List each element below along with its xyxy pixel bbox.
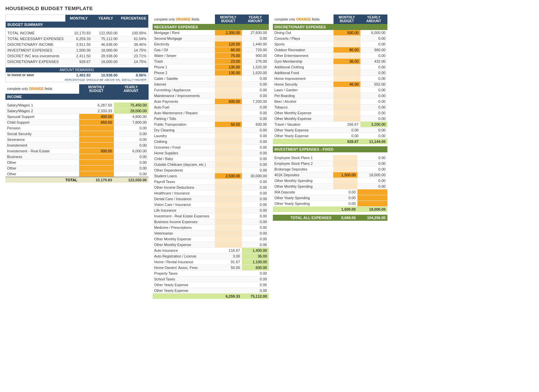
inv-total-monthly: 1,500.00 bbox=[333, 207, 357, 212]
necessary-row: Veterinarian0.00 bbox=[153, 231, 269, 236]
disc-row-label: Other Yearly Expense bbox=[273, 133, 334, 139]
income-row-yearly: 0.00 bbox=[114, 165, 149, 171]
nec-row-label: Cable / Satelite bbox=[153, 76, 215, 82]
nec-row-monthly bbox=[215, 76, 242, 82]
necessary-row: Vision Care / Insurance0.00 bbox=[153, 202, 269, 208]
nec-row-yearly: 0.00 bbox=[242, 104, 269, 110]
disc-row-yearly: 960.00 bbox=[360, 47, 387, 53]
nec-row-yearly: 0.00 bbox=[242, 271, 269, 276]
nec-row-yearly: 30,000.00 bbox=[242, 173, 269, 179]
disc-row-label: Home Improvement bbox=[273, 76, 334, 82]
income-row: Other0.00 bbox=[5, 171, 149, 177]
nec-row-label: Other Income Deductions bbox=[153, 185, 215, 190]
nec-row-label: School Taxes bbox=[153, 276, 215, 282]
income-row-monthly: 6,287.50 bbox=[79, 102, 114, 108]
disc-row: Travel / Vacation266.673,200.00 bbox=[273, 122, 387, 127]
nec-row-label: Other Monthly Expense bbox=[153, 242, 215, 248]
inv-row-yearly bbox=[357, 189, 387, 195]
nec-row-yearly: 0.00 bbox=[242, 219, 269, 225]
disc-row-monthly: 46.00 bbox=[334, 82, 360, 87]
necessary-row: Gas / Oil60.00720.00 bbox=[153, 47, 269, 53]
income-row-monthly: 400.00 bbox=[79, 114, 114, 119]
income-row-monthly bbox=[79, 154, 114, 159]
necessary-row: Other Monthly Expense0.00 bbox=[153, 236, 269, 242]
nec-row-yearly: 0.00 bbox=[242, 36, 269, 41]
nec-row-label: Auto Maintenance / Repairs bbox=[153, 110, 215, 116]
nec-row-monthly bbox=[215, 185, 242, 190]
disc-row-monthly bbox=[334, 41, 360, 47]
income-total-label: TOTAL bbox=[5, 177, 79, 183]
disc-row-yearly: 0.00 bbox=[360, 64, 387, 70]
disc-row-yearly: 0.00 bbox=[360, 99, 387, 104]
necessary-row: Mortgage / Rent2,300.0027,600.00 bbox=[153, 30, 269, 36]
inv-row-yearly: 0.00 bbox=[357, 155, 387, 161]
disc-row-yearly: 0.00 bbox=[360, 53, 387, 59]
necessary-row: Property Taxes0.00 bbox=[153, 271, 269, 276]
inv-row-monthly: 0.00 bbox=[333, 201, 357, 207]
nec-row-label: Phone 1 bbox=[153, 64, 215, 70]
necessary-row: Outside Childcare (daycare, etc.)0.00 bbox=[153, 162, 269, 168]
income-amount-header: YEARLYAMOUNT bbox=[114, 84, 149, 94]
to-invest-label: to invest or save bbox=[6, 72, 65, 78]
nec-row-label: Home Supplies bbox=[153, 150, 215, 156]
nec-row-monthly: 91.67 bbox=[215, 259, 242, 265]
nec-row-yearly: 1,100.00 bbox=[242, 259, 269, 265]
disc-row-monthly: 0.00 bbox=[334, 127, 360, 133]
disc-row: Pet Boarding0.00 bbox=[273, 93, 387, 99]
nec-row-monthly bbox=[215, 225, 242, 231]
disc-row: Dining Out500.006,000.00 bbox=[273, 30, 387, 36]
nec-row-label: Laundry bbox=[153, 133, 215, 139]
nec-row-label: Medicine / Prescriptions bbox=[153, 225, 215, 231]
income-row-monthly bbox=[79, 171, 114, 177]
nec-row-monthly bbox=[215, 127, 242, 133]
income-row-label: Business bbox=[5, 154, 79, 159]
disc-row-label: Pet Boarding bbox=[273, 93, 334, 99]
inv-row: IRA Deposite0.00 bbox=[273, 189, 387, 195]
inv-row-monthly bbox=[333, 184, 357, 189]
disc-row-monthly bbox=[334, 110, 360, 116]
nec-row-yearly: 0.00 bbox=[242, 208, 269, 213]
nec-row-monthly bbox=[215, 288, 242, 294]
disc-row: Additional Clothing0.00 bbox=[273, 64, 387, 70]
nec-row-yearly: 0.00 bbox=[242, 236, 269, 242]
necessary-row: Payroll Taxes0.00 bbox=[153, 179, 269, 185]
nec-row-label: Other Yearly Expense bbox=[153, 282, 215, 288]
nec-orange-note: complete only ORANGE fields bbox=[153, 14, 215, 24]
disc-row-yearly: 0.00 bbox=[360, 76, 387, 82]
income-row-label: Pension bbox=[5, 125, 79, 131]
nec-row-label: Mortgage / Rent bbox=[153, 30, 215, 36]
necessary-row: Second Mortgage0.00 bbox=[153, 36, 269, 41]
nec-row-monthly: 2,500.00 bbox=[215, 173, 242, 179]
nec-row-label: Home / Rental Insurance bbox=[153, 259, 215, 265]
nec-row-yearly: 0.00 bbox=[242, 282, 269, 288]
inv-row-label: 401K Deposites bbox=[273, 172, 333, 178]
disc-row-monthly bbox=[334, 64, 360, 70]
disc-row-monthly: 0.00 bbox=[334, 133, 360, 139]
necessary-row: Electricity120.001,440.00 bbox=[153, 41, 269, 47]
nec-row-yearly: 0.00 bbox=[242, 76, 269, 82]
nec-row-monthly bbox=[215, 168, 242, 173]
nec-row-monthly bbox=[215, 145, 242, 150]
income-row-yearly: 28,000.00 bbox=[114, 108, 149, 114]
necessary-row: Business Income Expenses0.00 bbox=[153, 219, 269, 225]
inv-section-title: INVESTMENT EXPENSES - FIXED bbox=[273, 146, 387, 152]
income-row-monthly bbox=[79, 142, 114, 148]
necessary-row: Child / Baby0.00 bbox=[153, 156, 269, 162]
income-row-monthly bbox=[79, 159, 114, 165]
disc-row: Beer / Alcohol0.00 bbox=[273, 99, 387, 104]
necessary-row: Dry Cleaning0.00 bbox=[153, 127, 269, 133]
disc-amount-header: YEARLYAMOUNT bbox=[360, 14, 387, 24]
nec-row-label: Child / Baby bbox=[153, 156, 215, 162]
nec-row-monthly bbox=[215, 208, 242, 213]
nec-row-label: Investment - Real Estate Expenses bbox=[153, 213, 215, 219]
disc-row-label: Outdoor Recreation bbox=[273, 47, 334, 53]
nec-row-monthly: 116.67 bbox=[215, 248, 242, 253]
nec-row-yearly: 276.00 bbox=[242, 59, 269, 64]
disc-row-yearly: 0.00 bbox=[360, 104, 387, 110]
income-orange-note: complete only ORANGE fields bbox=[5, 84, 79, 94]
disc-row-monthly: 36.00 bbox=[334, 59, 360, 64]
nec-row-label: Phone 2 bbox=[153, 70, 215, 76]
nec-row-monthly bbox=[215, 219, 242, 225]
inv-row: Brokerage Deposites0.00 bbox=[273, 167, 387, 172]
nec-row-label: Electricity bbox=[153, 41, 215, 47]
